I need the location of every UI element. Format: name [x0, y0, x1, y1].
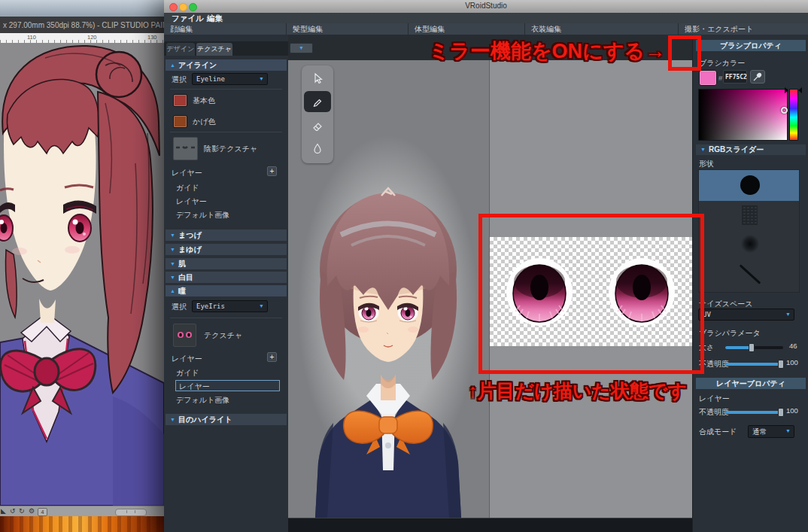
shade-color-label: かげ色 — [193, 117, 215, 127]
hue-bar[interactable] — [789, 89, 798, 141]
csp-bottom-toolbar[interactable]: ◣ ↺ ↻ ⚙ 4 — [0, 506, 164, 517]
eyeline-select[interactable]: Eyeline ▼ — [192, 73, 268, 85]
iris-thumb-eyes — [174, 324, 196, 346]
droplet-icon — [312, 143, 323, 154]
csp-top-strip — [0, 0, 164, 17]
section-title: まつげ — [178, 230, 202, 241]
eraser-tool-button[interactable] — [304, 115, 331, 136]
tab-design[interactable]: デザイン — [166, 43, 195, 56]
corner-icon: ◣ — [1, 507, 6, 515]
layer-item[interactable]: レイヤー — [176, 196, 207, 207]
hue-marker-right[interactable] — [798, 87, 802, 93]
eyeline-marks — [174, 138, 197, 160]
csp-ruler: 110 120 130 — [0, 33, 164, 44]
eyedropper-icon — [752, 71, 763, 82]
mirror-annotation-text: ミラー機能をONにする→ — [406, 38, 665, 65]
line-shape — [740, 264, 761, 284]
eyeiris-select[interactable]: EyeIris ▼ — [192, 300, 268, 312]
color-picker-square[interactable] — [698, 89, 788, 141]
chevron-down-icon: ▼ — [785, 428, 791, 433]
shape-soft-dot[interactable] — [699, 230, 799, 258]
hue-marker-left[interactable] — [785, 87, 788, 93]
thickness-value: 46 — [789, 342, 797, 350]
menu-edit[interactable]: 編集 — [207, 14, 223, 24]
collapse-icon: ▼ — [700, 144, 706, 155]
blend-mode-label: 合成モード — [699, 427, 737, 437]
opacity-fill — [725, 363, 783, 366]
tab-hair-edit[interactable]: 髪型編集 — [287, 23, 409, 35]
section-iris[interactable]: ▲ 瞳 — [166, 285, 287, 296]
layers-label: レイヤー — [172, 354, 202, 364]
collapse-icon: ▼ — [170, 230, 175, 241]
section-eyelash[interactable]: ▼ まつげ — [166, 230, 287, 241]
tab-photo-export[interactable]: 撮影・エクスポート — [679, 23, 808, 35]
tool-palette — [302, 65, 333, 163]
undo-icon[interactable]: ↺ — [10, 507, 16, 515]
brush-color-swatch[interactable] — [699, 70, 717, 86]
base-color-swatch[interactable] — [173, 94, 187, 107]
menu-file[interactable]: ファイル — [172, 14, 204, 24]
divider — [170, 132, 282, 132]
guide-item[interactable]: ガイド — [176, 183, 199, 193]
texture-selector-dropdown[interactable]: ▼ — [290, 43, 313, 53]
eyedropper-button[interactable] — [750, 70, 765, 84]
layer-opacity-thumb[interactable] — [778, 408, 784, 417]
brush-properties-header: ブラシプロパティ — [696, 40, 806, 51]
gear-icon[interactable]: ⚙ — [29, 507, 35, 515]
csp-orange-strip — [0, 516, 164, 532]
tab-clothes-edit[interactable]: 衣装編集 — [525, 23, 679, 35]
texture-label: テクスチャ — [204, 330, 242, 341]
section-title: 瞳 — [178, 285, 186, 296]
layer-properties-header: レイヤープロパティ — [696, 378, 806, 389]
iris-texture-thumbnail[interactable] — [173, 324, 196, 347]
layer-opacity-slider[interactable] — [725, 411, 783, 414]
add-layer-button[interactable]: + — [267, 166, 277, 176]
shade-color-swatch[interactable] — [173, 115, 187, 128]
opacity-slider-thumb[interactable] — [778, 360, 784, 369]
ruler-tick: 130 — [147, 34, 157, 41]
opacity-slider[interactable] — [725, 363, 783, 366]
rgb-slider-header[interactable]: ▼ RGBスライダー — [696, 144, 806, 155]
color-picker-marker[interactable] — [781, 107, 788, 114]
one-eye-annotation-text: ↑片目だけ描いた状態です — [468, 378, 687, 403]
csp-slider-handle[interactable] — [115, 509, 147, 516]
thickness-slider-thumb[interactable] — [749, 343, 755, 352]
size-space-label: サイズスペース — [699, 299, 752, 309]
tab-face-edit[interactable]: 顔編集 — [164, 23, 287, 35]
section-skin[interactable]: ▼ 肌 — [166, 258, 287, 269]
pen-tool-button[interactable] — [304, 91, 331, 112]
color-hex-input[interactable]: FF75C2 — [723, 70, 747, 84]
redo-icon[interactable]: ↻ — [19, 507, 25, 515]
section-eyebrow[interactable]: ▼ まゆげ — [166, 244, 287, 255]
default-image-item[interactable]: デフォルト画像 — [176, 395, 229, 406]
section-title: 白目 — [178, 272, 193, 283]
default-image-item[interactable]: デフォルト画像 — [176, 210, 229, 220]
select-tool-button[interactable] — [304, 68, 331, 89]
guide-item[interactable]: ガイド — [176, 368, 199, 378]
section-eye-highlight[interactable]: ▼ 目のハイライト — [166, 414, 287, 425]
collapse-icon: ▼ — [170, 244, 175, 255]
tab-body-edit[interactable]: 体型編集 — [409, 23, 525, 35]
eyeiris-select-value: EyeIris — [196, 302, 225, 310]
shape-circle-selected[interactable] — [699, 170, 799, 201]
shadow-texture-thumbnail[interactable] — [173, 137, 198, 160]
csp-illustration — [0, 43, 164, 506]
brush-shape-list — [698, 169, 800, 293]
csp-canvas[interactable] — [0, 43, 164, 506]
shape-texture[interactable] — [699, 201, 799, 230]
blur-tool-button[interactable] — [304, 138, 331, 159]
tab-texture[interactable]: テクスチャ — [196, 43, 232, 56]
blend-mode-dropdown[interactable]: 通常 ▼ — [748, 425, 794, 438]
opacity-value: 100 — [786, 358, 798, 366]
soft-dot-shape — [741, 235, 759, 253]
layer-opacity-value: 100 — [786, 406, 798, 415]
section-title: 肌 — [178, 258, 186, 269]
size-space-dropdown[interactable]: UV ▼ — [698, 309, 794, 321]
layer-item-selected[interactable]: レイヤー — [175, 380, 280, 391]
vroid-titlebar: VRoidStudio — [164, 0, 808, 14]
shape-line[interactable] — [699, 258, 799, 292]
hash-sign: # — [718, 74, 722, 82]
section-eyeline[interactable]: ▲ アイライン — [166, 59, 287, 71]
add-layer-button[interactable]: + — [267, 352, 277, 362]
section-sclera[interactable]: ▼ 白目 — [166, 272, 287, 283]
